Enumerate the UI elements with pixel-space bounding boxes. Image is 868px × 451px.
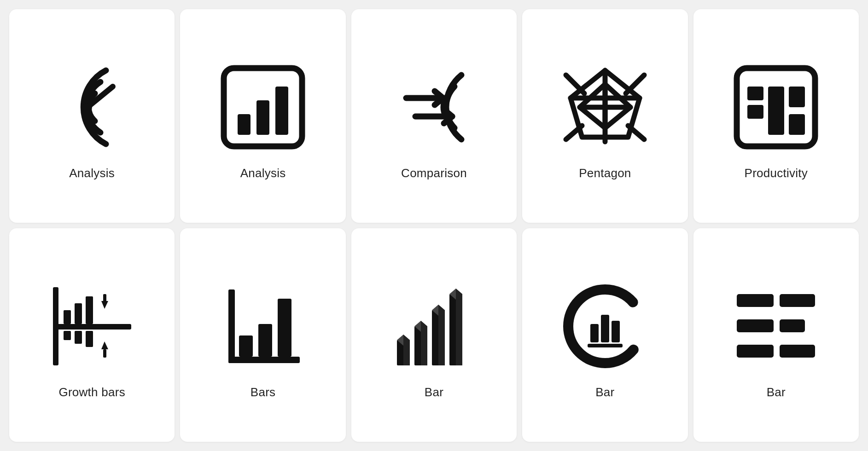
svg-rect-35 [103, 349, 106, 358]
comparison-label: Comparison [401, 166, 467, 180]
svg-rect-60 [588, 344, 623, 347]
svg-rect-64 [780, 294, 815, 307]
bar-3d-icon [383, 276, 484, 377]
svg-rect-3 [238, 114, 250, 135]
productivity-icon [725, 57, 827, 158]
growth-bars-label: Growth bars [58, 385, 125, 399]
svg-rect-57 [590, 324, 599, 342]
svg-rect-30 [103, 294, 106, 302]
icon-cell-bars[interactable]: Bars [180, 228, 345, 442]
svg-rect-42 [258, 324, 272, 357]
svg-rect-19 [747, 87, 763, 100]
svg-rect-33 [86, 331, 93, 347]
svg-rect-23 [789, 114, 805, 135]
svg-rect-32 [75, 331, 82, 344]
icon-cell-bar-donut[interactable]: Bar [522, 228, 687, 442]
svg-rect-65 [780, 319, 805, 332]
svg-rect-43 [278, 299, 291, 357]
analysis-1-label: Analysis [69, 166, 115, 180]
svg-marker-46 [403, 335, 410, 365]
icon-cell-pentagon[interactable]: Pentagon [522, 9, 687, 223]
svg-rect-31 [64, 331, 71, 340]
svg-marker-49 [421, 321, 427, 365]
bar-donut-label: Bar [595, 385, 614, 399]
icon-cell-growth-bars[interactable]: Growth bars [9, 228, 175, 442]
svg-point-37 [76, 305, 80, 308]
svg-rect-39 [228, 289, 235, 363]
icon-cell-comparison[interactable]: Comparison [351, 9, 517, 223]
analysis-bar-icon [212, 57, 314, 158]
svg-line-13 [626, 75, 644, 93]
bar-3d-label: Bar [425, 385, 443, 399]
svg-rect-59 [612, 321, 620, 342]
icon-cell-bar-3d[interactable]: Bar [351, 228, 517, 442]
icon-cell-analysis-2[interactable]: Analysis [180, 9, 345, 223]
bar-list-label: Bar [767, 385, 786, 399]
svg-rect-66 [780, 345, 815, 358]
analysis-2-label: Analysis [240, 166, 286, 180]
icon-grid: Analysis Analysis [0, 0, 868, 451]
pentagon-icon [554, 57, 656, 158]
pentagon-label: Pentagon [579, 166, 631, 180]
productivity-label: Productivity [745, 166, 808, 180]
svg-rect-22 [789, 87, 805, 107]
svg-rect-5 [275, 87, 288, 135]
svg-marker-34 [101, 341, 108, 349]
svg-marker-52 [438, 305, 445, 365]
svg-rect-58 [601, 315, 609, 342]
bar-donut-icon [554, 276, 656, 377]
svg-rect-20 [747, 105, 763, 119]
icon-cell-analysis-1[interactable]: Analysis [9, 9, 175, 223]
svg-rect-61 [737, 294, 774, 307]
svg-rect-21 [768, 87, 784, 135]
svg-point-36 [65, 312, 69, 315]
svg-rect-25 [53, 287, 58, 365]
svg-rect-63 [737, 345, 774, 358]
icon-cell-productivity[interactable]: Productivity [693, 9, 859, 223]
svg-marker-55 [456, 289, 462, 365]
bars-label: Bars [250, 385, 276, 399]
comparison-icon [383, 57, 484, 158]
svg-point-38 [87, 298, 91, 301]
analysis-radar-icon [41, 57, 143, 158]
icon-cell-bar-list[interactable]: Bar [693, 228, 859, 442]
svg-rect-40 [228, 357, 300, 363]
svg-line-12 [566, 75, 584, 93]
svg-rect-24 [53, 324, 131, 330]
growth-bars-icon [41, 276, 143, 377]
svg-rect-62 [737, 319, 774, 332]
svg-rect-41 [239, 335, 253, 357]
bars-icon [212, 276, 314, 377]
bar-list-icon [725, 276, 827, 377]
svg-rect-4 [256, 100, 269, 135]
